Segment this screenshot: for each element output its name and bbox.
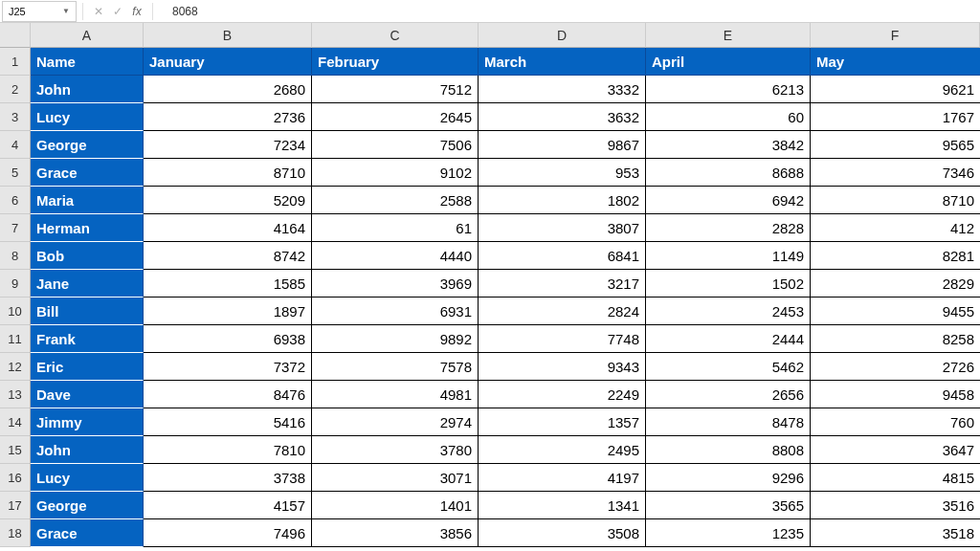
data-cell[interactable]: 8710 [144,159,312,187]
data-cell[interactable]: 5416 [144,408,312,436]
name-cell[interactable]: Dave [31,381,144,408]
data-cell[interactable]: 6841 [479,242,646,270]
name-cell[interactable]: Bill [31,298,144,325]
data-cell[interactable]: 1149 [646,242,811,270]
column-header-e[interactable]: E [646,23,811,48]
data-cell[interactable]: 3856 [312,519,479,547]
data-cell[interactable]: 8281 [811,242,980,270]
row-header-10[interactable]: 10 [0,298,31,325]
column-header-c[interactable]: C [312,23,479,48]
row-header-17[interactable]: 17 [0,492,31,519]
data-cell[interactable]: 61 [312,214,479,242]
data-cell[interactable]: 760 [811,408,980,436]
data-cell[interactable]: 9621 [811,76,980,103]
data-cell[interactable]: 4157 [144,492,312,519]
data-cell[interactable]: 6942 [646,187,811,214]
row-header-1[interactable]: 1 [0,48,31,76]
data-cell[interactable]: 5209 [144,187,312,214]
data-cell[interactable]: 8476 [144,381,312,408]
row-header-11[interactable]: 11 [0,325,31,353]
name-cell[interactable]: Grace [31,159,144,187]
row-header-16[interactable]: 16 [0,464,31,492]
name-cell[interactable]: George [31,492,144,519]
name-cell[interactable]: Jane [31,270,144,298]
header-cell-january[interactable]: January [144,48,312,76]
data-cell[interactable]: 2588 [312,187,479,214]
row-header-18[interactable]: 18 [0,519,31,547]
row-header-3[interactable]: 3 [0,103,31,131]
data-cell[interactable]: 3807 [479,214,646,242]
data-cell[interactable]: 1341 [479,492,646,519]
data-cell[interactable]: 3632 [479,103,646,131]
data-cell[interactable]: 3842 [646,131,811,159]
data-cell[interactable]: 8258 [811,325,980,353]
data-cell[interactable]: 3518 [811,519,980,547]
data-cell[interactable]: 2495 [479,436,646,464]
row-header-5[interactable]: 5 [0,159,31,187]
header-cell-march[interactable]: March [479,48,646,76]
data-cell[interactable]: 3071 [312,464,479,492]
confirm-button[interactable]: ✓ [108,5,127,18]
row-header-8[interactable]: 8 [0,242,31,270]
row-header-14[interactable]: 14 [0,408,31,436]
column-header-b[interactable]: B [144,23,312,48]
data-cell[interactable]: 3780 [312,436,479,464]
data-cell[interactable]: 9458 [811,381,980,408]
data-cell[interactable]: 8478 [646,408,811,436]
name-cell[interactable]: Grace [31,519,144,547]
data-cell[interactable]: 1802 [479,187,646,214]
fx-button[interactable]: fx [127,5,146,18]
data-cell[interactable]: 1767 [811,103,980,131]
data-cell[interactable]: 9892 [312,325,479,353]
header-cell-name[interactable]: Name [31,48,144,76]
data-cell[interactable]: 7234 [144,131,312,159]
data-cell[interactable]: 4815 [811,464,980,492]
row-header-4[interactable]: 4 [0,131,31,159]
data-cell[interactable]: 2736 [144,103,312,131]
data-cell[interactable]: 9343 [479,353,646,381]
dropdown-icon[interactable]: ▼ [62,7,70,15]
name-cell[interactable]: Jimmy [31,408,144,436]
data-cell[interactable]: 60 [646,103,811,131]
data-cell[interactable]: 6938 [144,325,312,353]
data-cell[interactable]: 412 [811,214,980,242]
data-cell[interactable]: 6213 [646,76,811,103]
data-cell[interactable]: 3508 [479,519,646,547]
data-cell[interactable]: 5462 [646,353,811,381]
name-cell[interactable]: Lucy [31,464,144,492]
data-cell[interactable]: 9455 [811,298,980,325]
data-cell[interactable]: 2680 [144,76,312,103]
data-cell[interactable]: 7346 [811,159,980,187]
data-cell[interactable]: 1502 [646,270,811,298]
data-cell[interactable]: 9296 [646,464,811,492]
data-cell[interactable]: 2726 [811,353,980,381]
header-cell-may[interactable]: May [811,48,980,76]
data-cell[interactable]: 1585 [144,270,312,298]
column-header-a[interactable]: A [31,23,144,48]
data-cell[interactable]: 8742 [144,242,312,270]
data-cell[interactable]: 2249 [479,381,646,408]
data-cell[interactable]: 3647 [811,436,980,464]
data-cell[interactable]: 4440 [312,242,479,270]
data-cell[interactable]: 2453 [646,298,811,325]
data-cell[interactable]: 4981 [312,381,479,408]
data-cell[interactable]: 7810 [144,436,312,464]
data-cell[interactable]: 4164 [144,214,312,242]
name-cell[interactable]: Bob [31,242,144,270]
name-cell[interactable]: John [31,76,144,103]
data-cell[interactable]: 1401 [312,492,479,519]
header-cell-april[interactable]: April [646,48,811,76]
name-cell[interactable]: Eric [31,353,144,381]
row-header-13[interactable]: 13 [0,381,31,408]
name-cell[interactable]: Maria [31,187,144,214]
name-box[interactable]: J25 ▼ [2,1,77,22]
column-header-d[interactable]: D [479,23,646,48]
formula-value[interactable]: 8068 [159,5,198,18]
data-cell[interactable]: 9867 [479,131,646,159]
data-cell[interactable]: 1897 [144,298,312,325]
row-header-12[interactable]: 12 [0,353,31,381]
data-cell[interactable]: 3217 [479,270,646,298]
row-header-7[interactable]: 7 [0,214,31,242]
data-cell[interactable]: 1357 [479,408,646,436]
data-cell[interactable]: 8710 [811,187,980,214]
